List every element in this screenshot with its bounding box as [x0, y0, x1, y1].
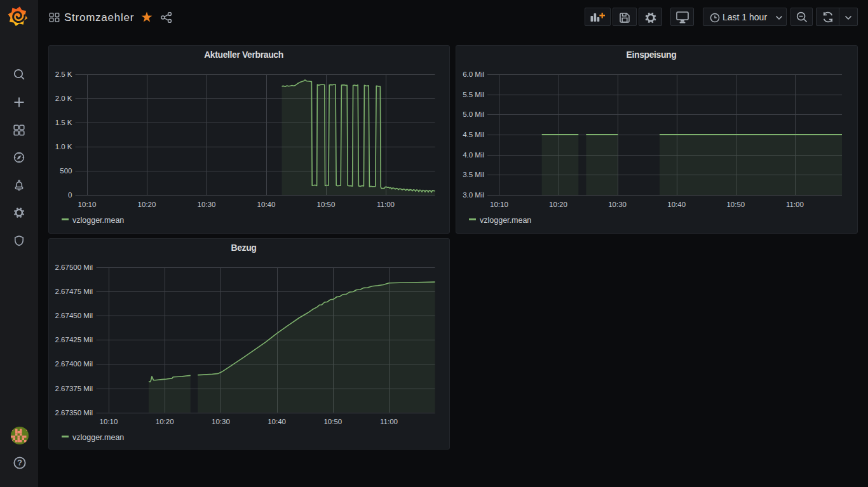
- svg-text:11:00: 11:00: [377, 201, 395, 208]
- svg-text:10:30: 10:30: [212, 418, 230, 425]
- svg-text:2.0 K: 2.0 K: [55, 95, 72, 102]
- svg-text:0: 0: [68, 191, 72, 199]
- svg-text:10:30: 10:30: [608, 201, 627, 208]
- svg-text:2.67425 Mil: 2.67425 Mil: [55, 336, 93, 344]
- svg-text:4.0 Mil: 4.0 Mil: [463, 151, 484, 159]
- svg-text:11:00: 11:00: [380, 418, 398, 425]
- svg-text:10:40: 10:40: [268, 418, 286, 425]
- svg-text:2.67375 Mil: 2.67375 Mil: [55, 385, 93, 392]
- svg-text:10:40: 10:40: [257, 201, 276, 208]
- svg-text:10:50: 10:50: [726, 201, 745, 208]
- svg-text:2.67500 Mil: 2.67500 Mil: [55, 264, 93, 271]
- svg-text:10:50: 10:50: [323, 418, 342, 425]
- svg-text:1.5 K: 1.5 K: [55, 119, 72, 126]
- svg-text:5.0 Mil: 5.0 Mil: [463, 110, 484, 118]
- svg-text:4.5 Mil: 4.5 Mil: [463, 131, 484, 138]
- svg-text:2.67475 Mil: 2.67475 Mil: [55, 288, 93, 295]
- svg-text:10:30: 10:30: [198, 201, 216, 208]
- svg-text:2.67400 Mil: 2.67400 Mil: [55, 360, 93, 368]
- svg-text:3.0 Mil: 3.0 Mil: [463, 191, 484, 199]
- svg-text:10:50: 10:50: [317, 201, 336, 208]
- svg-text:10:20: 10:20: [156, 418, 174, 425]
- svg-text:10:10: 10:10: [78, 201, 97, 208]
- svg-text:10:20: 10:20: [549, 201, 567, 208]
- svg-text:10:10: 10:10: [100, 418, 118, 425]
- svg-text:2.5 K: 2.5 K: [55, 70, 72, 78]
- svg-text:10:20: 10:20: [138, 201, 156, 208]
- svg-text:500: 500: [60, 167, 72, 175]
- svg-text:11:00: 11:00: [786, 201, 804, 208]
- svg-text:10:40: 10:40: [667, 201, 686, 208]
- svg-text:?: ?: [17, 458, 22, 467]
- svg-text:3.5 Mil: 3.5 Mil: [463, 171, 484, 178]
- svg-text:10:10: 10:10: [490, 201, 508, 208]
- svg-text:2.67350 Mil: 2.67350 Mil: [55, 409, 93, 417]
- svg-text:6.0 Mil: 6.0 Mil: [463, 70, 484, 78]
- svg-text:5.5 Mil: 5.5 Mil: [463, 91, 484, 98]
- svg-text:1.0 K: 1.0 K: [55, 143, 72, 150]
- svg-text:2.67450 Mil: 2.67450 Mil: [55, 312, 93, 319]
